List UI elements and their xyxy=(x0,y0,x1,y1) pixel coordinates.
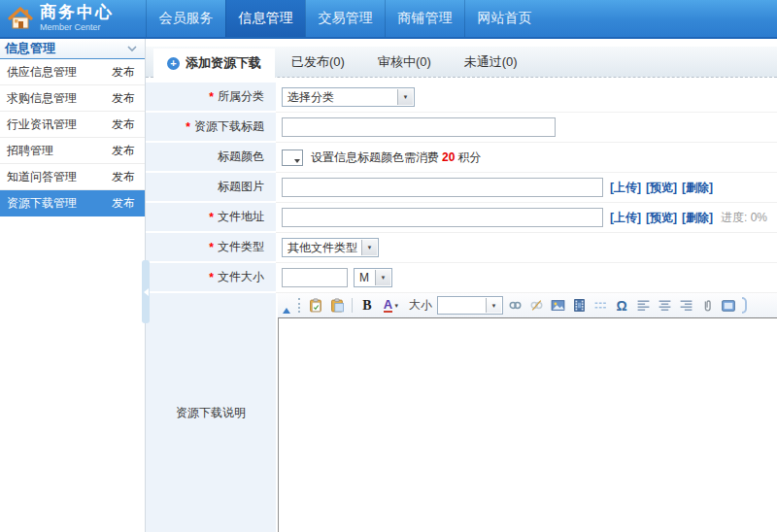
align-left-button[interactable] xyxy=(633,296,653,316)
nav-item-trade-management[interactable]: 交易管理 xyxy=(305,0,385,37)
publish-link[interactable]: 发布 xyxy=(112,116,135,133)
fullscreen-button[interactable] xyxy=(719,296,738,316)
form-row-description: 资源下载说明 xyxy=(146,293,777,532)
collapse-left-icon xyxy=(144,288,149,296)
title-label: 资源下载标题 xyxy=(194,118,264,135)
toolbar-collapse-icon[interactable] xyxy=(283,308,290,314)
attachment-button[interactable] xyxy=(697,296,717,316)
chevron-down-icon: ▼ xyxy=(375,270,390,285)
upload-progress: 进度: 0% xyxy=(721,210,767,226)
sidebar-group-title: 信息管理 xyxy=(5,40,55,57)
required-mark: * xyxy=(186,120,190,134)
sidebar-item-qa[interactable]: 知道问答管理发布 xyxy=(0,164,145,190)
insert-link-button[interactable] xyxy=(505,296,524,316)
align-center-button[interactable] xyxy=(655,296,674,316)
title-image-input[interactable] xyxy=(282,178,603,197)
insert-hr-button[interactable] xyxy=(591,296,610,316)
title-input[interactable] xyxy=(282,117,556,137)
title-color-label: 标题颜色 xyxy=(218,149,264,165)
category-select[interactable]: 选择分类 ▼ xyxy=(282,87,415,107)
nav-item-member-service[interactable]: 会员服务 xyxy=(146,0,225,37)
toolbar-end-bracket xyxy=(742,297,747,314)
logo-text: 商务中心 Member Center xyxy=(40,4,114,33)
editor-content-area[interactable] xyxy=(278,317,777,532)
sidebar-item-buy-info[interactable]: 求购信息管理发布 xyxy=(0,85,145,112)
chevron-down-icon: ▼ xyxy=(486,298,501,313)
form-row-file-type: * 文件类型 其他文件类型 ▼ xyxy=(146,233,777,263)
paste-word-button[interactable] xyxy=(306,296,325,316)
logo: 商务中心 Member Center xyxy=(0,0,146,37)
preview-link[interactable]: [预览] xyxy=(646,180,677,196)
sidebar-collapse-handle[interactable] xyxy=(142,260,150,323)
sidebar-item-supply-info[interactable]: 供应信息管理发布 xyxy=(0,59,145,85)
sidebar-item-resource-download[interactable]: 资源下载管理发布 xyxy=(0,190,145,216)
editor-toolbar: B A ▼ 大小 ▼ xyxy=(278,293,777,317)
tab-under-review[interactable]: 审核中(0) xyxy=(361,47,448,77)
color-cost-note: 设置信息标题颜色需消费20积分 xyxy=(311,150,481,166)
preview-link[interactable]: [预览] xyxy=(646,210,677,226)
font-size-label: 大小 xyxy=(409,297,432,314)
tab-add-resource[interactable]: + 添加资源下载 xyxy=(153,49,275,78)
top-header: 商务中心 Member Center 会员服务 信息管理 交易管理 商铺管理 网… xyxy=(0,0,777,39)
sidebar-group-header[interactable]: 信息管理 xyxy=(0,39,145,59)
insert-media-button[interactable] xyxy=(569,296,589,316)
publish-link[interactable]: 发布 xyxy=(112,64,135,81)
nav-item-info-management[interactable]: 信息管理 xyxy=(225,0,305,37)
align-right-icon xyxy=(679,298,693,313)
file-type-select[interactable]: 其他文件类型 ▼ xyxy=(282,238,379,257)
chevron-down-icon xyxy=(126,45,138,52)
delete-link[interactable]: [删除] xyxy=(682,180,713,196)
file-type-label: 文件类型 xyxy=(218,239,264,255)
color-picker[interactable] xyxy=(282,150,303,166)
chevron-down-icon: ▼ xyxy=(361,240,377,255)
file-size-label: 文件大小 xyxy=(218,269,264,285)
resource-form: * 所属分类 选择分类 ▼ * 资源下载标题 xyxy=(146,78,777,532)
title-image-label: 标题图片 xyxy=(218,179,264,195)
required-mark: * xyxy=(209,241,214,254)
chevron-down-icon: ▼ xyxy=(393,303,399,309)
font-color-button[interactable]: A ▼ xyxy=(379,296,404,316)
sidebar: 信息管理 供应信息管理发布 求购信息管理发布 行业资讯管理发布 招聘管理发布 知… xyxy=(0,39,146,532)
insert-image-button[interactable] xyxy=(548,296,567,316)
cost-value: 20 xyxy=(442,150,455,164)
horizontal-rule-icon xyxy=(593,298,608,313)
sidebar-item-industry-news[interactable]: 行业资讯管理发布 xyxy=(0,112,145,138)
house-icon xyxy=(8,7,33,30)
paste-word-icon xyxy=(309,298,323,313)
fullscreen-icon xyxy=(721,298,736,314)
publish-link[interactable]: 发布 xyxy=(112,169,135,185)
top-nav: 会员服务 信息管理 交易管理 商铺管理 网站首页 xyxy=(146,0,544,37)
font-size-combobox[interactable]: ▼ xyxy=(437,296,503,315)
bold-button[interactable]: B xyxy=(357,296,377,316)
form-row-file-size: * 文件大小 M ▼ xyxy=(146,263,777,293)
sidebar-item-recruitment[interactable]: 招聘管理发布 xyxy=(0,138,145,164)
required-mark: * xyxy=(209,211,214,224)
paste-plain-icon xyxy=(330,298,345,313)
nav-item-site-home[interactable]: 网站首页 xyxy=(464,0,544,37)
rich-text-editor: B A ▼ 大小 ▼ xyxy=(278,293,777,532)
nav-item-shop-management[interactable]: 商铺管理 xyxy=(385,0,464,37)
chevron-down-icon: ▼ xyxy=(397,89,413,105)
delete-link[interactable]: [删除] xyxy=(682,210,713,226)
upload-link[interactable]: [上传] xyxy=(610,180,641,196)
publish-link[interactable]: 发布 xyxy=(112,90,135,107)
remove-link-button[interactable] xyxy=(526,296,546,316)
paste-plain-button[interactable] xyxy=(327,296,347,316)
file-url-input[interactable] xyxy=(282,208,603,227)
upload-link[interactable]: [上传] xyxy=(610,210,641,226)
toolbar-drag-handle[interactable] xyxy=(298,298,300,313)
film-icon xyxy=(572,298,587,313)
app-subtitle: Member Center xyxy=(40,23,114,33)
align-right-button[interactable] xyxy=(676,296,695,316)
form-row-file-url: * 文件地址 [上传] [预览] [删除] 进度: 0% xyxy=(146,203,777,233)
toolbar-separator xyxy=(352,298,353,313)
tab-published[interactable]: 已发布(0) xyxy=(275,47,361,77)
special-char-button[interactable]: Ω xyxy=(612,296,631,316)
file-size-input[interactable] xyxy=(282,268,348,287)
file-size-unit-select[interactable]: M ▼ xyxy=(354,268,392,287)
form-row-title-color: 标题颜色 设置信息标题颜色需消费20积分 xyxy=(146,143,777,173)
file-url-label: 文件地址 xyxy=(218,209,264,225)
publish-link[interactable]: 发布 xyxy=(112,143,135,159)
tab-rejected[interactable]: 未通过(0) xyxy=(448,47,534,77)
publish-link[interactable]: 发布 xyxy=(112,195,135,212)
